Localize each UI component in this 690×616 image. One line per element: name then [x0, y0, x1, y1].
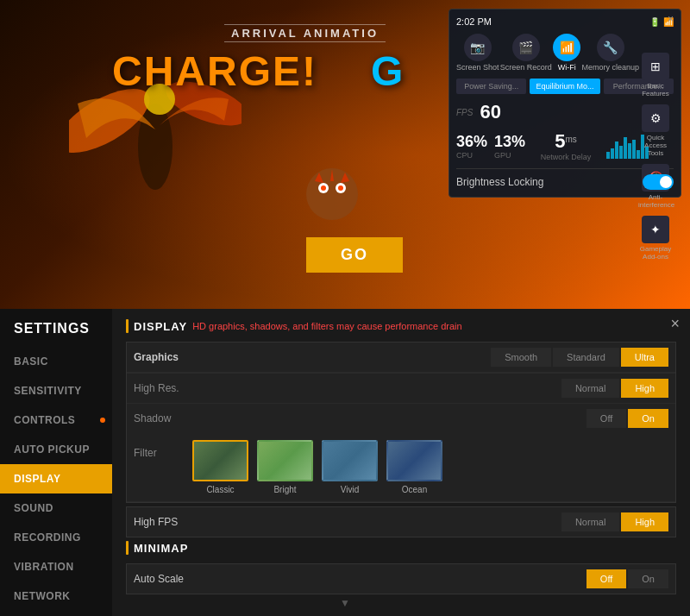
- auto-scale-row: Auto Scale Off On: [127, 564, 675, 594]
- filter-vivid-img: [322, 440, 378, 481]
- basic-features-label: Basic Features: [638, 82, 673, 97]
- fps-label: FPS: [456, 108, 473, 117]
- filter-bright-img: [257, 440, 313, 481]
- display-section-header: DISPLAY HD graphics, shadows, and filter…: [126, 319, 676, 333]
- sidebar-item-autopickup[interactable]: AUTO PICKUP: [0, 435, 112, 464]
- filter-vivid-label: Vivid: [341, 485, 360, 494]
- high-fps-label: High FPS: [134, 516, 178, 528]
- screenrecord-label: Screen Record: [500, 63, 552, 72]
- svg-point-8: [338, 185, 343, 191]
- high-fps-row: High FPS Normal High: [126, 506, 676, 537]
- filter-ocean-img: [386, 440, 442, 481]
- quick-access-icon: ⚙: [642, 104, 669, 132]
- sidebar-item-controls[interactable]: CONTROLS: [0, 405, 112, 435]
- stats-row: 36% CPU 13% GPU 5ms Network Delay: [456, 130, 674, 161]
- overlay-nav-memory[interactable]: 🔧 Memory cleanup: [581, 34, 639, 72]
- cpu-stat: 36% CPU: [456, 133, 487, 160]
- filter-vivid[interactable]: Vivid: [322, 440, 378, 494]
- anti-interference-label: Anti-interference: [638, 193, 673, 209]
- battery-icon: 🔋: [649, 17, 660, 27]
- graphics-smooth-btn[interactable]: Smooth: [491, 348, 551, 367]
- wifi-icon: 📶: [553, 34, 580, 61]
- location-row: 🌐 Singapore: [0, 611, 112, 616]
- wifi-label: Wi-Fi: [558, 63, 576, 72]
- high-fps-options: Normal High: [561, 512, 668, 531]
- network-delay: 5ms Network Delay: [532, 130, 599, 161]
- settings-panel: SETTINGS BASIC SENSITIVITY CONTROLS AUTO…: [0, 309, 690, 616]
- auto-scale-off-btn[interactable]: Off: [586, 569, 626, 588]
- overlay-nav-screenshot[interactable]: 📷 Screen Shot: [456, 34, 499, 72]
- overlay-time: 2:02 PM: [456, 16, 492, 27]
- highres-options: Normal High: [561, 379, 668, 398]
- minimap-section: MINIMAP Auto Scale Off On: [126, 541, 676, 594]
- power-saving-btn[interactable]: Power Saving...: [456, 79, 526, 94]
- network-label: Network Delay: [532, 153, 599, 161]
- highres-label: High Res.: [134, 382, 289, 394]
- filter-ocean-label: Ocean: [402, 485, 427, 494]
- auto-scale-on-btn[interactable]: On: [628, 569, 668, 588]
- filter-classic[interactable]: Classic: [192, 440, 248, 494]
- filter-row: Filter Classic Bright Vivid: [127, 433, 675, 502]
- equilibrium-btn[interactable]: Equilibrium Mo...: [530, 79, 599, 94]
- sidebar-item-sound[interactable]: SOUND: [0, 493, 112, 523]
- highres-high-btn[interactable]: High: [621, 379, 668, 398]
- filter-label: Filter: [134, 440, 185, 459]
- network-ms-value: 5ms: [532, 130, 599, 153]
- basic-features-item[interactable]: ⊞ Basic Features: [634, 53, 677, 97]
- gpu-label: GPU: [494, 151, 511, 160]
- sidebar-item-vibration[interactable]: VIBRATION: [0, 552, 112, 581]
- sidebar-item-network[interactable]: NETWORK: [0, 581, 112, 611]
- fps-value: 60: [480, 101, 500, 123]
- minimap-title: MINIMAP: [134, 542, 188, 555]
- overlay-header: 2:02 PM 🔋 📶: [456, 16, 674, 27]
- highres-normal-btn[interactable]: Normal: [561, 379, 619, 398]
- filter-bright-label: Bright: [273, 485, 296, 494]
- filter-classic-label: Classic: [206, 485, 234, 494]
- g-text: G: [371, 47, 405, 95]
- settings-close-button[interactable]: ×: [670, 315, 680, 333]
- filter-ocean[interactable]: Ocean: [386, 440, 442, 494]
- graphics-options: Smooth Standard Ultra: [491, 348, 668, 367]
- brightness-toggle[interactable]: [643, 174, 674, 190]
- sidebar-item-sensitivity[interactable]: SENSITIVITY: [0, 376, 112, 405]
- sidebar-item-basic[interactable]: BASIC: [0, 347, 112, 376]
- shadow-on-btn[interactable]: On: [628, 409, 668, 428]
- overlay-nav-wifi[interactable]: 📶 Wi-Fi: [553, 34, 580, 72]
- gpu-value: 13%: [494, 133, 525, 151]
- settings-sidebar: SETTINGS BASIC SENSITIVITY CONTROLS AUTO…: [0, 309, 112, 616]
- screenshot-label: Screen Shot: [456, 63, 499, 72]
- arrival-text: ARRIVAL ANIMATIO: [224, 24, 386, 42]
- minimap-indicator: [126, 541, 129, 555]
- graphics-standard-btn[interactable]: Standard: [553, 348, 619, 367]
- memory-label: Memory cleanup: [581, 63, 639, 72]
- section-indicator: [126, 319, 129, 333]
- gpu-stat: 13% GPU: [494, 133, 525, 160]
- shadow-off-btn[interactable]: Off: [586, 409, 626, 428]
- high-fps-normal-btn[interactable]: Normal: [561, 512, 619, 531]
- svg-point-7: [321, 185, 326, 191]
- filter-thumbnails: Classic Bright Vivid Ocean: [192, 440, 442, 494]
- overlay-close-button[interactable]: ×: [668, 13, 674, 25]
- gameplay-icon: ✦: [642, 216, 669, 243]
- shadow-label: Shadow: [134, 412, 289, 424]
- cpu-value: 36%: [456, 133, 487, 151]
- auto-scale-label: Auto Scale: [134, 573, 184, 585]
- shadow-options: Off On: [586, 409, 668, 428]
- filter-bright[interactable]: Bright: [257, 440, 313, 494]
- graphics-header: Graphics Smooth Standard Ultra: [127, 343, 675, 373]
- graphics-ultra-btn[interactable]: Ultra: [621, 348, 668, 367]
- gameplay-label: Gameplay Add-ons: [638, 245, 673, 261]
- memory-icon: 🔧: [597, 34, 624, 61]
- gameplay-addons-item[interactable]: ✦ Gameplay Add-ons: [634, 216, 677, 261]
- minimap-header: MINIMAP: [126, 541, 676, 555]
- go-button[interactable]: GO: [306, 237, 403, 273]
- sidebar-item-recording[interactable]: RECORDING: [0, 523, 112, 552]
- filter-classic-img: [192, 440, 248, 481]
- sidebar-item-display[interactable]: DISPLAY: [0, 464, 112, 493]
- scroll-indicator: ▼: [340, 597, 350, 609]
- overlay-nav-screenrecord[interactable]: 🎬 Screen Record: [500, 34, 552, 72]
- high-fps-high-btn[interactable]: High: [621, 512, 668, 531]
- graphics-label: Graphics: [134, 351, 179, 363]
- screenrecord-icon: 🎬: [512, 34, 540, 61]
- settings-title: SETTINGS: [0, 317, 112, 347]
